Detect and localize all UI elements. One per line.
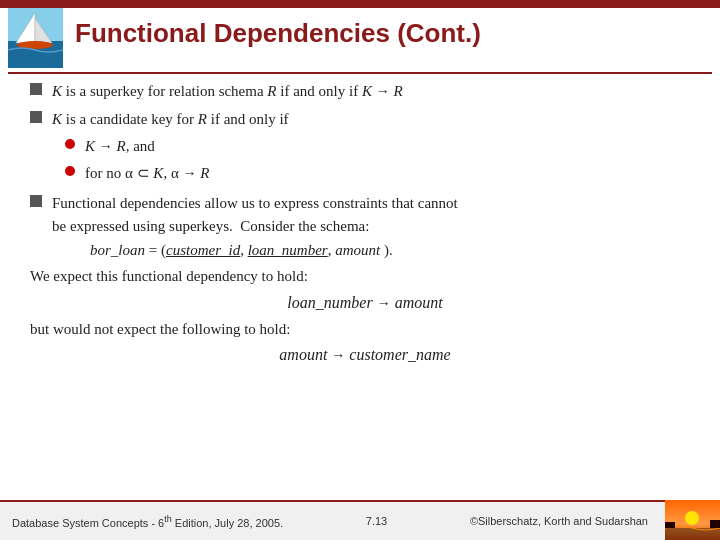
fd-1: loan_number → amount <box>30 294 700 312</box>
list-item: K → R, and <box>65 135 700 158</box>
footer: Database System Concepts - 6th Edition, … <box>0 500 720 540</box>
sailboat-image <box>8 8 63 68</box>
bullet-1-text: K is a superkey for relation schema R if… <box>52 80 403 103</box>
sunset-image <box>665 500 720 540</box>
bullet-icon <box>30 111 42 123</box>
list-item: for no α ⊂ K, α → R <box>65 162 700 185</box>
svg-point-6 <box>685 511 699 525</box>
list-item: Functional dependencies allow us to expr… <box>30 192 700 237</box>
title-divider <box>8 72 712 74</box>
sub-bullet-1-text: K → R, and <box>85 135 155 158</box>
svg-rect-9 <box>710 520 720 528</box>
footer-copyright: ©Silberschatz, Korth and Sudarshan <box>470 515 648 527</box>
sub-bullet-icon <box>65 139 75 149</box>
bullet-2-text: K is a candidate key for R if and only i… <box>52 108 289 131</box>
bullet-icon <box>30 195 42 207</box>
bullet-icon <box>30 83 42 95</box>
sub-bullet-2-text: for no α ⊂ K, α → R <box>85 162 209 185</box>
footer-citation: Database System Concepts - 6th Edition, … <box>12 514 283 529</box>
list-item: K is a candidate key for R if and only i… <box>30 108 700 131</box>
fd-but-text: but would not expect the following to ho… <box>30 318 700 341</box>
sub-bullet-icon <box>65 166 75 176</box>
bullet-3-text: Functional dependencies allow us to expr… <box>52 192 458 237</box>
svg-rect-8 <box>665 522 675 528</box>
fd-intro-text: We expect this functional dependency to … <box>30 265 700 288</box>
footer-page-number: 7.13 <box>366 515 387 527</box>
list-item: K is a superkey for relation schema R if… <box>30 80 700 103</box>
schema-line: bor_loan = (customer_id, loan_number, am… <box>90 242 700 259</box>
main-content: K is a superkey for relation schema R if… <box>30 80 700 495</box>
page-title: Functional Dependencies (Cont.) <box>75 18 700 49</box>
top-bar <box>0 0 720 8</box>
fd-2: amount → customer_name <box>30 346 700 364</box>
